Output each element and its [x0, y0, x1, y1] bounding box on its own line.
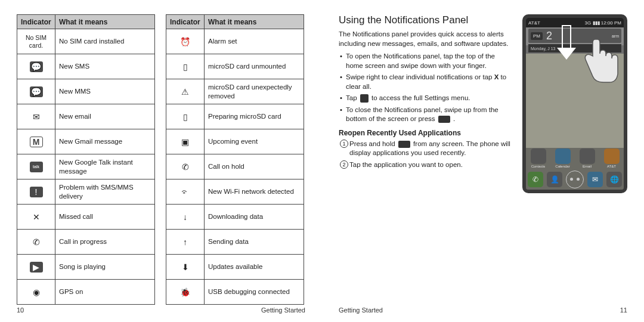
indicator-icon-cell: 🐞 [166, 280, 205, 305]
indicator-meaning: Downloading data [205, 205, 304, 230]
subheading-recent-apps: Reopen Recently Used Applications [339, 129, 513, 137]
home-app-icon [604, 148, 620, 164]
indicator-meaning: New Gmail message [55, 129, 155, 154]
indicator-icon-cell: ᯤ [166, 179, 205, 205]
indicator-meaning: No SIM card installed [55, 29, 155, 54]
indicator-icon: ✉ [30, 111, 42, 123]
indicator-meaning: New email [55, 104, 155, 129]
phone-dock: ContactsCalendarEmailAT&T ✆ 👤 ✉ 🌐 [526, 148, 624, 190]
table-row: talkNew Google Talk instant message [17, 154, 155, 179]
indicator-icon: 💬 [30, 86, 43, 97]
indicator-icon-cell: ⚠ [166, 79, 205, 104]
indicator-icon: ▯ [179, 111, 191, 123]
indicator-icon: ! [30, 187, 43, 197]
table-row: ✉New email [17, 104, 155, 129]
table-row: ᯤNew Wi-Fi network detected [166, 179, 304, 205]
home-app-label: Calendar [555, 165, 569, 168]
section-title-left: Getting Started [261, 306, 305, 314]
home-app-label: Email [583, 165, 592, 168]
home-app-icon [555, 148, 571, 164]
manual-page-right: Using the Notifications Panel The Notifi… [322, 0, 644, 322]
section-title-right: Getting Started [339, 306, 383, 314]
home-app-icon [580, 148, 595, 164]
indicator-icon: ◉ [30, 286, 42, 298]
home-app-item: Calendar [555, 148, 571, 168]
indicator-icon-cell: ▶ [17, 255, 55, 280]
carrier-label: AT&T [528, 20, 540, 26]
indicator-icon: ✆ [30, 236, 42, 248]
step-tap-app: Tap the application you want to open. [340, 160, 513, 170]
indicator-icon: talk [30, 162, 43, 172]
manual-page-left: Indicator What it means No SIM card.No S… [0, 0, 322, 322]
page-number-left: 10 [17, 306, 24, 314]
clock-hour: 2 [546, 30, 552, 42]
home-app-label: AT&T [607, 165, 616, 168]
table-row: 🐞USB debugging connected [166, 280, 304, 305]
table-row: ✕Missed call [17, 205, 155, 230]
phone-illustration: AT&T 3G ▮▮▮ 12:00 PM PM 2 arm Monday, J … [522, 14, 627, 193]
indicator-meaning: Sending data [205, 230, 304, 255]
home-app-label: Contacts [531, 165, 546, 168]
bullet-open-panel: To open the Notifications panel, tap the… [340, 52, 513, 70]
indicator-icon-cell: ▯ [166, 104, 205, 129]
table-row: ▯Preparing microSD card [166, 104, 304, 129]
indicator-icon: ▣ [179, 136, 191, 148]
indicator-meaning: Call in progress [55, 230, 155, 255]
indicator-meaning: GPS on [55, 280, 155, 305]
home-button-icon [398, 141, 410, 148]
status-icons: 3G ▮▮▮ 12:00 PM [585, 20, 621, 26]
indicator-icon-cell: ✕ [17, 205, 55, 230]
indicator-icon: ᯤ [179, 186, 191, 198]
bullet-close-panel: To close the Notifications panel, swipe … [340, 106, 513, 124]
home-app-item: Contacts [531, 148, 546, 168]
table-row: MNew Gmail message [17, 129, 155, 154]
col-meaning: What it means [55, 15, 155, 29]
indicator-icon: ⏰ [179, 36, 191, 48]
indicator-icon: ✕ [30, 211, 42, 223]
indicator-meaning: Preparing microSD card [205, 104, 304, 129]
settings-icon [360, 94, 369, 103]
contacts-app-icon: 👤 [547, 172, 562, 187]
table-row: No SIM card.No SIM card installed [17, 29, 155, 54]
page-title: Using the Notifications Panel [339, 14, 513, 26]
table-row: ⚠microSD card unexpectedly removed [166, 79, 304, 104]
indicator-meaning: New SMS [55, 54, 155, 79]
bullet-settings-menu: Tap to access the full Settings menu. [340, 94, 513, 103]
indicator-icon-cell: ↑ [166, 230, 205, 255]
indicator-tables: Indicator What it means No SIM card.No S… [17, 14, 305, 305]
notifications-panel-text: Using the Notifications Panel The Notifi… [339, 14, 513, 193]
indicator-meaning: Alarm set [205, 29, 304, 54]
col-meaning: What it means [205, 15, 304, 29]
indicator-icon-cell: M [17, 129, 55, 154]
ampm-badge: PM [531, 32, 543, 40]
col-indicator: Indicator [17, 15, 55, 29]
home-app-item: Email [580, 148, 595, 168]
indicator-icon: ▯ [179, 61, 191, 73]
swipe-down-arrow-icon [555, 25, 578, 61]
table-row: ✆Call in progress [17, 230, 155, 255]
indicator-icon: ⚠ [179, 86, 191, 98]
indicator-icon-cell: 💬 [17, 79, 55, 104]
indicator-meaning: Updates available [205, 255, 304, 280]
indicator-meaning: Missed call [55, 205, 155, 230]
indicator-icon: ⬇ [179, 261, 191, 273]
step-press-hold: Press and hold from any screen. The phon… [340, 140, 513, 158]
indicator-meaning: New Wi-Fi network detected [205, 179, 304, 205]
indicator-icon: 💬 [30, 61, 43, 72]
indicator-icon-cell: ! [17, 179, 55, 205]
indicator-meaning: Upcoming event [205, 129, 304, 154]
table-row: ⬇Updates available [166, 255, 304, 280]
indicator-icon-cell: No SIM card. [17, 29, 55, 54]
browser-app-icon: 🌐 [606, 172, 622, 187]
page-number-right: 11 [620, 306, 627, 314]
indicator-meaning: Problem with SMS/MMS delivery [55, 179, 155, 205]
indicator-icon-cell: ✆ [166, 154, 205, 179]
hand-gesture-icon [577, 33, 620, 83]
indicator-icon: ▶ [30, 262, 43, 273]
table-row: 💬New SMS [17, 54, 155, 79]
indicator-meaning: New Google Talk instant message [55, 154, 155, 179]
indicator-icon-cell: ✉ [17, 104, 55, 129]
phone-app-icon: ✆ [528, 172, 543, 187]
app-drawer-icon [566, 171, 584, 188]
indicator-meaning: microSD card unexpectedly removed [205, 79, 304, 104]
